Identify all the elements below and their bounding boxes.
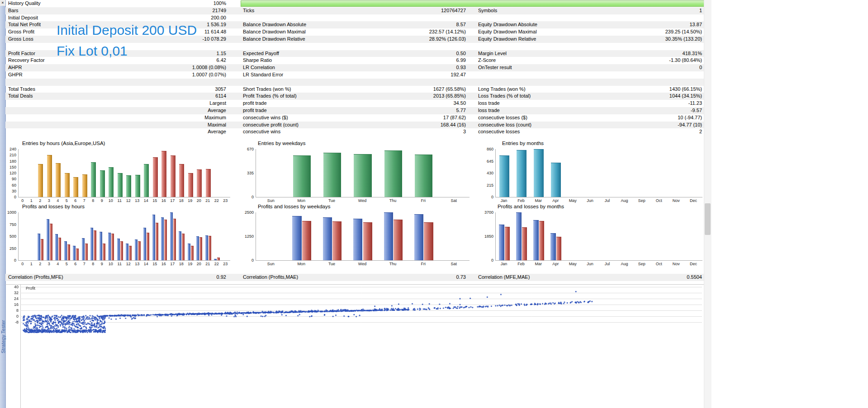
bar bbox=[188, 173, 193, 197]
stat-label: loss trade bbox=[478, 100, 611, 107]
stat-value: 2 bbox=[611, 128, 702, 136]
x-tick-label: Apr bbox=[547, 198, 564, 203]
x-tick-label: 0 bbox=[18, 262, 27, 266]
x-tick-label: 1 bbox=[27, 262, 36, 266]
stat-value: Maximum bbox=[144, 114, 226, 122]
bar-profit bbox=[117, 239, 120, 260]
x-tick-label: Jul bbox=[599, 198, 616, 203]
stat-value: 418.31% bbox=[611, 50, 702, 57]
vertical-scrollbar[interactable] bbox=[704, 0, 711, 408]
y-tick-label: 3700 bbox=[478, 210, 493, 215]
bar-profit bbox=[73, 246, 76, 260]
y-tick-label: 430 bbox=[478, 171, 493, 175]
stat-label: Loss Trades (% of total) bbox=[478, 93, 611, 100]
x-tick-label: 8 bbox=[89, 262, 98, 266]
x-tick-label: 5 bbox=[62, 198, 71, 203]
stats-row: Maximalconsecutive profit (count)168.44 … bbox=[5, 122, 704, 129]
history-quality-progressbar bbox=[241, 0, 708, 7]
stat-label: Profit Trades (% of total) bbox=[243, 93, 371, 100]
stat-value: 5.77 bbox=[371, 107, 466, 114]
x-tick-label: Sat bbox=[439, 198, 469, 203]
stat-value: 192.47 bbox=[371, 71, 466, 79]
x-tick-label: Nov bbox=[668, 198, 685, 203]
stat-label: loss trade bbox=[478, 107, 611, 114]
bar-loss bbox=[209, 236, 211, 260]
x-tick-label: 22 bbox=[212, 198, 221, 203]
bar-loss bbox=[156, 223, 158, 260]
bar-profit bbox=[143, 228, 146, 260]
bar-loss bbox=[539, 221, 544, 260]
bar bbox=[384, 150, 402, 197]
x-tick-label: 10 bbox=[106, 198, 115, 203]
bar bbox=[153, 157, 158, 197]
bar-profit bbox=[55, 234, 58, 260]
stat-label bbox=[243, 79, 371, 86]
chart-plot-pl_by_weekdays bbox=[256, 212, 470, 261]
stat-label: consecutive losses ($) bbox=[478, 114, 611, 122]
chart-plot-entries_by_months bbox=[495, 149, 702, 197]
stat-label: Equity Drawdown Relative bbox=[478, 36, 611, 43]
x-tick-label: 7 bbox=[80, 262, 89, 266]
stat-label: LR Standard Error bbox=[243, 71, 371, 79]
x-tick-label: 7 bbox=[80, 198, 89, 203]
stat-value bbox=[371, 43, 466, 50]
x-tick-label: 8 bbox=[89, 198, 98, 203]
y-tick-label: 0 bbox=[1, 258, 16, 263]
stat-label: LR Correlation bbox=[243, 64, 371, 71]
stat-value bbox=[371, 14, 466, 22]
stat-value: 17 (87.62) bbox=[371, 114, 466, 122]
stat-label bbox=[478, 71, 611, 79]
x-tick-label: 11 bbox=[115, 262, 124, 266]
bar-profit bbox=[533, 220, 538, 260]
stat-label bbox=[5, 122, 144, 129]
stat-value: 2013 (65.85%) bbox=[371, 93, 466, 100]
bar bbox=[91, 162, 96, 197]
bar bbox=[118, 173, 123, 197]
stats-row: Bars21749Ticks120764727Symbols1 bbox=[5, 7, 704, 14]
stat-value: 1.0007 (0.07%) bbox=[144, 71, 226, 79]
x-tick-label: 11 bbox=[115, 198, 124, 203]
stat-value: 34.50 bbox=[371, 100, 466, 107]
x-tick-label: Fri bbox=[408, 198, 438, 203]
y-tick-label: 90 bbox=[1, 177, 16, 181]
x-tick-label: Sat bbox=[439, 262, 469, 266]
x-tick-label: 4 bbox=[53, 198, 62, 203]
annotation-line-2: Fix Lot 0,01 bbox=[57, 41, 197, 61]
stat-label: Sharpe Ratio bbox=[243, 57, 371, 64]
stat-label: Balance Drawdown Maximal bbox=[243, 28, 371, 36]
scatter-y-tick-label: 16 bbox=[2, 302, 19, 307]
stat-label: consecutive profit (count) bbox=[243, 122, 371, 129]
bar-loss bbox=[394, 220, 403, 260]
stat-label: consecutive wins ($) bbox=[243, 114, 371, 122]
x-tick-label: Tue bbox=[317, 198, 347, 203]
stats-row: Maximumconsecutive wins ($)17 (87.62)con… bbox=[5, 114, 704, 122]
y-tick-label: 335 bbox=[238, 171, 254, 175]
bar-profit bbox=[170, 212, 173, 260]
stat-label: consecutive losses bbox=[478, 128, 611, 136]
vertical-scrollbar-thumb[interactable] bbox=[705, 203, 711, 235]
scatter-y-axis-title: Profit bbox=[26, 286, 35, 291]
stat-value bbox=[371, 79, 466, 86]
stat-value: 8.57 bbox=[371, 21, 466, 28]
x-tick-label: Jan bbox=[495, 198, 512, 203]
stat-label bbox=[5, 100, 144, 107]
x-tick-label: Nov bbox=[668, 262, 685, 266]
bar bbox=[47, 155, 52, 197]
x-tick-label: Fri bbox=[408, 262, 438, 266]
x-tick-label: 20 bbox=[194, 262, 204, 266]
x-tick-label: 0 bbox=[18, 198, 27, 203]
bar bbox=[517, 150, 526, 197]
bar-profit bbox=[64, 241, 67, 260]
x-tick-label: 21 bbox=[204, 198, 213, 203]
close-icon[interactable]: × bbox=[0, 0, 5, 6]
y-tick-label: 120 bbox=[1, 171, 16, 175]
y-tick-label: 500 bbox=[1, 234, 16, 239]
x-tick-label: 3 bbox=[45, 262, 54, 266]
bar bbox=[179, 164, 184, 197]
bar-loss bbox=[58, 238, 61, 260]
x-tick-label: 16 bbox=[159, 198, 168, 203]
bar-profit bbox=[82, 238, 85, 260]
x-tick-label: Jun bbox=[581, 262, 598, 266]
bar-loss bbox=[138, 241, 141, 260]
stat-label bbox=[243, 14, 371, 22]
